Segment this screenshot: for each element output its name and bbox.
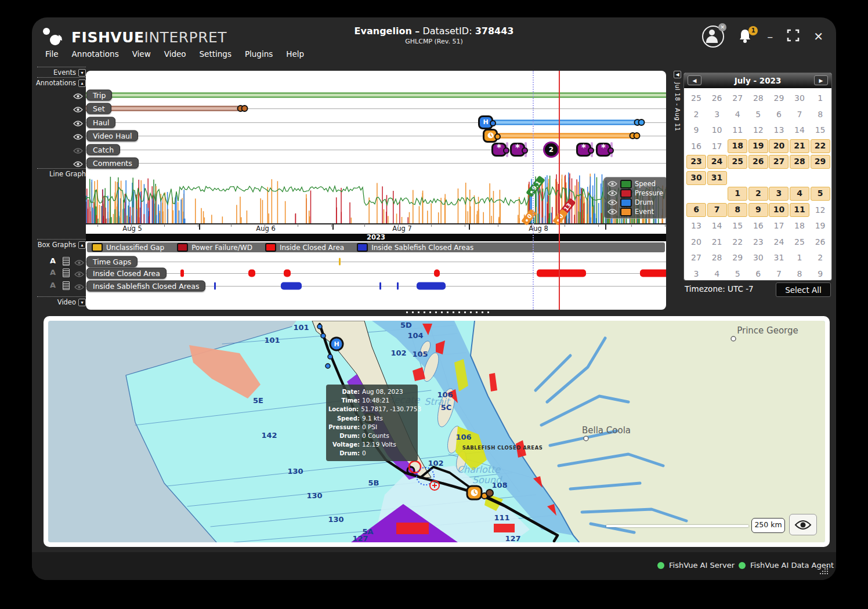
calendar-day-aug[interactable]: 15 <box>728 219 747 233</box>
calendar-day-july[interactable]: 9 <box>686 123 706 137</box>
eye-toggle-trip[interactable] <box>73 91 83 102</box>
calendar-day-july[interactable]: 3 <box>707 107 727 121</box>
menu-item-video[interactable]: Video <box>164 49 186 59</box>
calendar-day-aug[interactable]: 3 <box>686 267 706 281</box>
box-row-label-inside-closed-area[interactable]: Inside Closed Area <box>86 268 167 279</box>
line-graph[interactable] <box>86 169 666 223</box>
calendar-day-aug[interactable]: 2 <box>811 251 830 264</box>
calendar-day-july[interactable]: 4 <box>728 107 747 121</box>
calendar-day-july[interactable]: 18 <box>728 139 747 153</box>
catch-marker[interactable]: * <box>596 143 611 157</box>
calendar-prev-button[interactable]: ◀ <box>688 75 701 85</box>
calendar-day-july[interactable]: 10 <box>707 123 727 137</box>
calendar-day-aug[interactable]: 10 <box>769 203 789 217</box>
calendar-next-button[interactable]: ▶ <box>814 75 828 85</box>
calendar-day-aug[interactable]: 16 <box>748 219 768 233</box>
calendar-day-aug[interactable]: 18 <box>790 219 809 233</box>
calendar-day-july[interactable]: 30 <box>790 91 809 105</box>
catch-marker[interactable]: * <box>576 143 591 157</box>
eye-toggle-event[interactable] <box>607 206 617 217</box>
menu-item-settings[interactable]: Settings <box>200 49 232 59</box>
catch-cluster-marker[interactable]: 2 <box>543 142 559 158</box>
sidebar-video-toggle-button[interactable]: ▾ <box>78 299 86 306</box>
sidebar-annotations-toggle-button[interactable]: ▴ <box>78 79 86 87</box>
select-all-button[interactable]: Select All <box>776 282 831 297</box>
calendar-day-aug[interactable]: 4 <box>790 187 809 201</box>
calendar-day-july[interactable]: 25 <box>728 155 747 169</box>
calendar-day-aug[interactable]: 5 <box>811 187 830 201</box>
calendar-day-july[interactable]: 26 <box>748 155 768 169</box>
calendar-day-aug[interactable]: 12 <box>811 203 830 217</box>
calendar-day-july[interactable]: 28 <box>790 155 809 169</box>
calendar-day-aug[interactable]: 29 <box>728 251 747 264</box>
calendar-day-july[interactable]: 25 <box>686 91 706 105</box>
calendar-day-aug[interactable]: 6 <box>686 203 706 217</box>
box-row-label-time-gaps[interactable]: Time Gaps <box>86 256 138 267</box>
track-badge-haul[interactable]: H <box>478 115 493 129</box>
fullscreen-button[interactable] <box>787 29 800 44</box>
menu-item-help[interactable]: Help <box>286 49 304 59</box>
calendar-day-aug[interactable]: 9 <box>748 203 768 217</box>
calendar-day-aug[interactable]: 1 <box>790 251 809 264</box>
catch-marker[interactable]: * <box>491 143 507 157</box>
calendar-day-aug[interactable]: 7 <box>707 203 727 217</box>
minimize-button[interactable]: – <box>767 31 773 42</box>
calendar-day-aug[interactable]: 6 <box>748 267 768 281</box>
track-label-video-haul[interactable]: Video Haul <box>86 130 138 142</box>
track-badge-video-haul[interactable] <box>483 129 498 143</box>
calendar-day-aug[interactable]: 9 <box>811 267 830 281</box>
calendar-day-aug[interactable]: 3 <box>769 187 789 201</box>
track-label-catch[interactable]: Catch <box>86 144 120 155</box>
calendar-day-july[interactable]: 5 <box>748 107 768 121</box>
calendar-day-july[interactable]: 21 <box>790 139 809 153</box>
box-row-label-inside-sablefish-closed-areas[interactable]: Inside Sablefish Closed Areas <box>86 281 205 292</box>
menu-item-view[interactable]: View <box>132 49 151 59</box>
user-avatar-icon[interactable]: ✕ <box>702 26 724 48</box>
calendar-day-july[interactable]: 1 <box>811 91 830 105</box>
eye-toggle-box-row[interactable] <box>74 269 84 280</box>
playhead-line[interactable] <box>559 71 560 310</box>
annotate-button[interactable]: A <box>50 256 56 265</box>
calendar-day-aug[interactable]: 1 <box>728 187 747 201</box>
calendar-day-aug[interactable]: 30 <box>748 251 768 264</box>
calendar-day-aug[interactable]: 23 <box>748 235 768 249</box>
close-button[interactable]: ✕ <box>813 31 823 42</box>
calendar-day-july[interactable]: 19 <box>748 139 768 153</box>
track-end-marker[interactable] <box>237 105 248 112</box>
calendar-day-aug[interactable]: 8 <box>790 267 809 281</box>
track-end-marker[interactable] <box>630 132 641 139</box>
calendar-day-july[interactable]: 20 <box>769 139 789 153</box>
calendar-day-july[interactable]: 15 <box>811 123 830 137</box>
calendar-day-july[interactable]: 17 <box>707 139 727 153</box>
calendar-day-aug[interactable]: 28 <box>707 251 727 264</box>
calendar-day-aug[interactable]: 14 <box>707 219 727 233</box>
calendar-day-july[interactable]: 24 <box>707 155 727 169</box>
track-end-marker[interactable] <box>634 119 645 126</box>
calendar-day-aug[interactable]: 17 <box>769 219 789 233</box>
calendar-day-july[interactable]: 14 <box>790 123 809 137</box>
calendar-day-aug[interactable]: 27 <box>686 251 706 264</box>
annotate-button[interactable]: A <box>50 281 56 289</box>
calendar-day-july[interactable]: 27 <box>769 155 789 169</box>
calendar-day-july[interactable]: 29 <box>811 155 830 169</box>
track-label-comments[interactable]: Comments <box>86 158 139 169</box>
calendar-day-july[interactable]: 27 <box>728 91 747 105</box>
track-label-trip[interactable]: Trip <box>86 90 112 101</box>
calendar-day-july[interactable]: 6 <box>769 107 789 121</box>
calendar-day-aug[interactable]: 26 <box>811 235 830 249</box>
calendar-day-july[interactable]: 11 <box>728 123 747 137</box>
report-icon[interactable] <box>63 281 70 290</box>
calendar-day-aug[interactable]: 21 <box>707 235 727 249</box>
menu-item-plugins[interactable]: Plugins <box>245 49 273 59</box>
track-label-set[interactable]: Set <box>86 103 111 114</box>
calendar-day-aug[interactable]: 31 <box>769 251 789 264</box>
menu-item-annotations[interactable]: Annotations <box>72 49 119 59</box>
eye-toggle-box-row[interactable] <box>74 282 84 293</box>
calendar-day-aug[interactable]: 8 <box>728 203 747 217</box>
calendar-day-july[interactable]: 28 <box>748 91 768 105</box>
calendar-day-july[interactable]: 7 <box>790 107 809 121</box>
calendar-day-july[interactable]: 22 <box>811 139 830 153</box>
calendar-day-aug[interactable]: 7 <box>769 267 789 281</box>
calendar-day-july[interactable]: 31 <box>707 171 727 185</box>
notification-bell-icon[interactable]: 1 <box>738 28 753 45</box>
